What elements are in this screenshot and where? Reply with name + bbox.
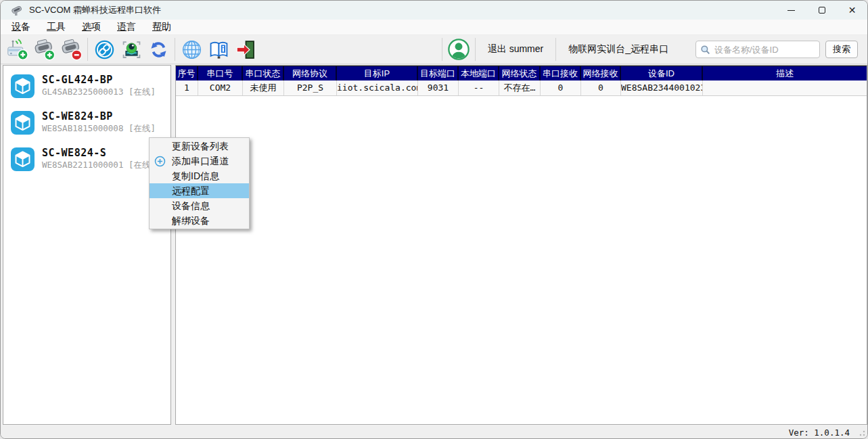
close-icon: ✕ (848, 5, 856, 15)
maximize-button[interactable] (806, 1, 837, 20)
context-menu-item-update-device-list[interactable]: 更新设备列表 (150, 139, 249, 154)
network-globe-button[interactable] (178, 37, 205, 62)
context-menu-item-unbind-device[interactable]: 解绑设备 (150, 213, 249, 228)
network-globe-icon (181, 39, 203, 61)
menu-tools[interactable]: 工具 (40, 20, 72, 34)
col-header: 目标端口 (418, 66, 459, 80)
add-device-icon (6, 39, 28, 61)
remove-serial-port-button[interactable] (58, 37, 85, 62)
app-window: SC-VCOM 霜蝉科技远程串口软件 ✕ 设备 工具 选项 语言 帮助 (0, 0, 868, 439)
workspace-label: 物联网实训台_远程串口 (559, 43, 695, 55)
col-header: 网络接收 (581, 66, 621, 80)
user-avatar-button[interactable] (445, 37, 472, 62)
monitor-scan-icon (120, 39, 143, 61)
device-item[interactable]: SC-WE824-S WE8SAB2211000001 [在线] (10, 147, 170, 172)
col-header: 设备ID (621, 66, 703, 80)
table-header: 序号 串口号 串口状态 网络协议 目标IP 目标端口 本地端口 网络状态 串口接… (176, 66, 867, 80)
connect-link-button[interactable] (91, 37, 118, 62)
manual-book-button[interactable] (205, 37, 232, 62)
cell-no: 1 (176, 80, 198, 95)
serial-port-panel: 序号 串口号 串口状态 网络协议 目标IP 目标端口 本地端口 网络状态 串口接… (175, 65, 867, 425)
cell-target-port: 9031 (418, 80, 459, 95)
search-input[interactable] (714, 45, 815, 55)
add-serial-port-button[interactable] (30, 37, 58, 62)
status-bar: Ver: 1.0.1.4 (1, 426, 867, 438)
col-header: 描述 (703, 66, 867, 80)
col-header: 网络协议 (284, 66, 337, 80)
search-box (695, 41, 820, 58)
toolbar-separator (175, 38, 175, 61)
menu-language[interactable]: 语言 (110, 20, 143, 34)
monitor-scan-button[interactable] (118, 37, 145, 62)
col-header: 本地端口 (459, 66, 499, 80)
toolbar: 退出 summer 物联网实训台_远程串口 搜索 (1, 35, 867, 64)
add-device-button[interactable] (3, 37, 30, 62)
toolbar-separator (442, 38, 442, 61)
toolbar-separator (87, 38, 88, 61)
device-cube-icon (10, 110, 35, 135)
cell-com: COM2 (198, 80, 243, 95)
minimize-icon (787, 10, 795, 11)
context-menu-item-remote-config[interactable]: 远程配置 (150, 183, 249, 198)
search-icon (700, 45, 710, 55)
context-menu-item-device-info[interactable]: 设备信息 (150, 198, 249, 213)
minimize-button[interactable] (776, 1, 806, 20)
exit-door-icon (235, 39, 257, 61)
exit-button[interactable] (232, 37, 259, 62)
manual-book-icon (208, 39, 230, 61)
user-avatar-icon (447, 38, 470, 61)
device-id: WE8SAB2211000001 (42, 160, 123, 170)
add-serial-port-icon (33, 39, 55, 61)
remove-serial-port-icon (60, 39, 83, 61)
col-header: 串口状态 (243, 66, 284, 80)
window-title: SC-VCOM 霜蝉科技远程串口软件 (29, 4, 161, 16)
menu-help[interactable]: 帮助 (145, 20, 178, 34)
logout-button[interactable]: 退出 summer (478, 43, 553, 55)
device-name: SC-WE824-BP (42, 110, 156, 123)
maximize-icon (819, 7, 825, 14)
device-status: [在线] (129, 87, 156, 97)
col-header: 网络状态 (499, 66, 541, 80)
device-item[interactable]: SC-WE824-BP WE8SAB1815000008 [在线] (10, 110, 170, 135)
cell-device-id: WE8SAB2344001023 (621, 80, 703, 95)
col-header: 串口号 (198, 66, 243, 80)
app-icon (10, 3, 24, 17)
cell-net-status: 不存在… (499, 80, 541, 95)
device-id: GL4SAB2325000013 (42, 87, 123, 97)
device-name: SC-WE824-S (42, 147, 156, 160)
connect-link-icon (93, 39, 116, 61)
table-row[interactable]: 1 COM2 未使用 P2P_S iiot.scicala.com 9031 -… (176, 80, 867, 96)
device-list-panel: SC-GL424-BP GL4SAB2325000013 [在线] (3, 65, 171, 425)
menu-options[interactable]: 选项 (75, 20, 108, 34)
cell-desc (703, 80, 867, 95)
toolbar-separator (475, 38, 476, 61)
close-button[interactable]: ✕ (837, 1, 867, 20)
device-cube-icon (10, 74, 35, 99)
context-menu-item-label: 添加串口通道 (172, 156, 229, 166)
device-cube-icon (10, 147, 35, 172)
menubar: 设备 工具 选项 语言 帮助 (1, 20, 867, 35)
search-button[interactable]: 搜索 (825, 41, 858, 58)
device-name: SC-GL424-BP (42, 74, 156, 87)
resize-grip[interactable] (858, 429, 865, 436)
device-item[interactable]: SC-GL424-BP GL4SAB2325000013 [在线] (10, 74, 170, 99)
refresh-icon (147, 39, 170, 61)
menu-device[interactable]: 设备 (5, 20, 37, 34)
plus-circle-icon (154, 156, 166, 167)
titlebar: SC-VCOM 霜蝉科技远程串口软件 ✕ (1, 1, 867, 20)
version-label: Ver: 1.0.1.4 (789, 428, 850, 438)
col-header: 序号 (176, 66, 198, 80)
cell-port-status: 未使用 (243, 80, 284, 95)
toolbar-separator (555, 38, 556, 61)
cell-local-port: -- (459, 80, 499, 95)
col-header: 串口接收 (541, 66, 581, 80)
context-menu-item-copy-id[interactable]: 复制ID信息 (150, 168, 249, 183)
col-header: 目标IP (337, 66, 418, 80)
refresh-button[interactable] (145, 37, 172, 62)
context-menu-item-add-serial-channel[interactable]: 添加串口通道 (150, 154, 249, 168)
cell-protocol: P2P_S (284, 80, 337, 95)
context-menu: 更新设备列表 添加串口通道 复制ID信息 远程配置 设备信息 解绑设备 (149, 137, 250, 229)
device-id: WE8SAB1815000008 (42, 123, 123, 133)
content-area: SC-GL424-BP GL4SAB2325000013 [在线] (1, 64, 867, 426)
cell-serial-rx: 0 (541, 80, 581, 95)
